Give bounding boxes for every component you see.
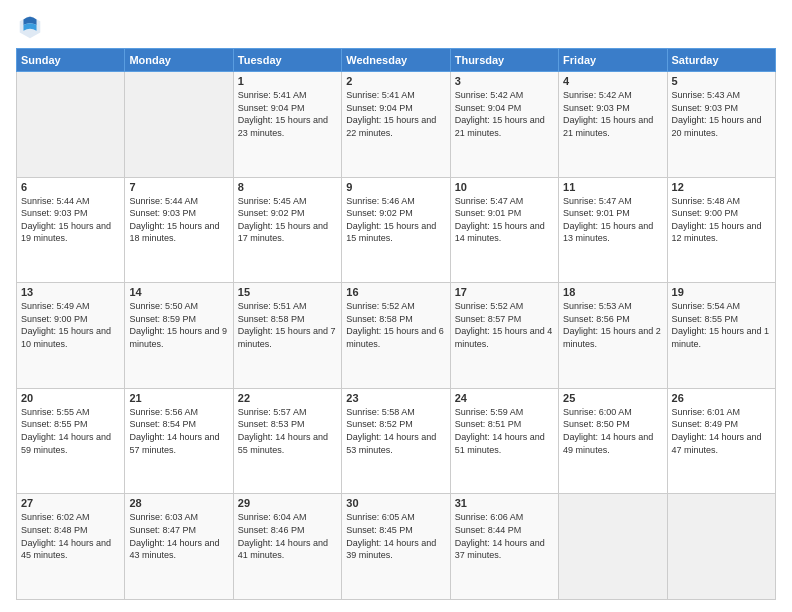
day-number: 3 <box>455 75 554 87</box>
day-number: 30 <box>346 497 445 509</box>
calendar-weekday-friday: Friday <box>559 49 667 72</box>
day-number: 17 <box>455 286 554 298</box>
calendar-cell <box>125 72 233 178</box>
calendar-cell: 22Sunrise: 5:57 AMSunset: 8:53 PMDayligh… <box>233 388 341 494</box>
day-number: 25 <box>563 392 662 404</box>
cell-info: Sunrise: 6:05 AMSunset: 8:45 PMDaylight:… <box>346 511 445 561</box>
cell-info: Sunrise: 5:43 AMSunset: 9:03 PMDaylight:… <box>672 89 771 139</box>
day-number: 14 <box>129 286 228 298</box>
calendar-week-3: 13Sunrise: 5:49 AMSunset: 9:00 PMDayligh… <box>17 283 776 389</box>
cell-info: Sunrise: 5:57 AMSunset: 8:53 PMDaylight:… <box>238 406 337 456</box>
day-number: 8 <box>238 181 337 193</box>
calendar-cell: 12Sunrise: 5:48 AMSunset: 9:00 PMDayligh… <box>667 177 775 283</box>
logo-icon <box>16 12 44 40</box>
day-number: 23 <box>346 392 445 404</box>
calendar-weekday-saturday: Saturday <box>667 49 775 72</box>
calendar-cell: 15Sunrise: 5:51 AMSunset: 8:58 PMDayligh… <box>233 283 341 389</box>
calendar-cell: 31Sunrise: 6:06 AMSunset: 8:44 PMDayligh… <box>450 494 558 600</box>
cell-info: Sunrise: 5:55 AMSunset: 8:55 PMDaylight:… <box>21 406 120 456</box>
calendar-cell: 24Sunrise: 5:59 AMSunset: 8:51 PMDayligh… <box>450 388 558 494</box>
day-number: 4 <box>563 75 662 87</box>
day-number: 27 <box>21 497 120 509</box>
cell-info: Sunrise: 5:56 AMSunset: 8:54 PMDaylight:… <box>129 406 228 456</box>
calendar-cell: 28Sunrise: 6:03 AMSunset: 8:47 PMDayligh… <box>125 494 233 600</box>
calendar-week-1: 1Sunrise: 5:41 AMSunset: 9:04 PMDaylight… <box>17 72 776 178</box>
day-number: 13 <box>21 286 120 298</box>
cell-info: Sunrise: 5:54 AMSunset: 8:55 PMDaylight:… <box>672 300 771 350</box>
cell-info: Sunrise: 5:44 AMSunset: 9:03 PMDaylight:… <box>21 195 120 245</box>
calendar-weekday-wednesday: Wednesday <box>342 49 450 72</box>
logo <box>16 12 48 40</box>
cell-info: Sunrise: 5:49 AMSunset: 9:00 PMDaylight:… <box>21 300 120 350</box>
calendar-cell: 4Sunrise: 5:42 AMSunset: 9:03 PMDaylight… <box>559 72 667 178</box>
day-number: 9 <box>346 181 445 193</box>
calendar-cell: 21Sunrise: 5:56 AMSunset: 8:54 PMDayligh… <box>125 388 233 494</box>
calendar-cell: 19Sunrise: 5:54 AMSunset: 8:55 PMDayligh… <box>667 283 775 389</box>
calendar-cell: 8Sunrise: 5:45 AMSunset: 9:02 PMDaylight… <box>233 177 341 283</box>
day-number: 10 <box>455 181 554 193</box>
calendar-weekday-tuesday: Tuesday <box>233 49 341 72</box>
calendar-cell: 7Sunrise: 5:44 AMSunset: 9:03 PMDaylight… <box>125 177 233 283</box>
day-number: 12 <box>672 181 771 193</box>
cell-info: Sunrise: 6:01 AMSunset: 8:49 PMDaylight:… <box>672 406 771 456</box>
calendar-cell: 18Sunrise: 5:53 AMSunset: 8:56 PMDayligh… <box>559 283 667 389</box>
cell-info: Sunrise: 6:00 AMSunset: 8:50 PMDaylight:… <box>563 406 662 456</box>
day-number: 24 <box>455 392 554 404</box>
calendar-cell: 26Sunrise: 6:01 AMSunset: 8:49 PMDayligh… <box>667 388 775 494</box>
calendar-weekday-monday: Monday <box>125 49 233 72</box>
day-number: 7 <box>129 181 228 193</box>
day-number: 22 <box>238 392 337 404</box>
calendar-cell: 20Sunrise: 5:55 AMSunset: 8:55 PMDayligh… <box>17 388 125 494</box>
day-number: 11 <box>563 181 662 193</box>
cell-info: Sunrise: 6:04 AMSunset: 8:46 PMDaylight:… <box>238 511 337 561</box>
cell-info: Sunrise: 6:03 AMSunset: 8:47 PMDaylight:… <box>129 511 228 561</box>
calendar-cell: 1Sunrise: 5:41 AMSunset: 9:04 PMDaylight… <box>233 72 341 178</box>
calendar-weekday-thursday: Thursday <box>450 49 558 72</box>
calendar-cell: 3Sunrise: 5:42 AMSunset: 9:04 PMDaylight… <box>450 72 558 178</box>
day-number: 2 <box>346 75 445 87</box>
cell-info: Sunrise: 5:47 AMSunset: 9:01 PMDaylight:… <box>455 195 554 245</box>
calendar-cell: 9Sunrise: 5:46 AMSunset: 9:02 PMDaylight… <box>342 177 450 283</box>
calendar-cell: 5Sunrise: 5:43 AMSunset: 9:03 PMDaylight… <box>667 72 775 178</box>
cell-info: Sunrise: 5:48 AMSunset: 9:00 PMDaylight:… <box>672 195 771 245</box>
day-number: 16 <box>346 286 445 298</box>
cell-info: Sunrise: 5:47 AMSunset: 9:01 PMDaylight:… <box>563 195 662 245</box>
calendar-cell <box>559 494 667 600</box>
calendar-cell: 14Sunrise: 5:50 AMSunset: 8:59 PMDayligh… <box>125 283 233 389</box>
calendar-cell: 25Sunrise: 6:00 AMSunset: 8:50 PMDayligh… <box>559 388 667 494</box>
calendar-week-5: 27Sunrise: 6:02 AMSunset: 8:48 PMDayligh… <box>17 494 776 600</box>
calendar-cell: 27Sunrise: 6:02 AMSunset: 8:48 PMDayligh… <box>17 494 125 600</box>
cell-info: Sunrise: 5:58 AMSunset: 8:52 PMDaylight:… <box>346 406 445 456</box>
calendar-cell: 16Sunrise: 5:52 AMSunset: 8:58 PMDayligh… <box>342 283 450 389</box>
day-number: 21 <box>129 392 228 404</box>
cell-info: Sunrise: 5:41 AMSunset: 9:04 PMDaylight:… <box>238 89 337 139</box>
calendar-week-4: 20Sunrise: 5:55 AMSunset: 8:55 PMDayligh… <box>17 388 776 494</box>
calendar-cell: 30Sunrise: 6:05 AMSunset: 8:45 PMDayligh… <box>342 494 450 600</box>
page: SundayMondayTuesdayWednesdayThursdayFrid… <box>0 0 792 612</box>
day-number: 15 <box>238 286 337 298</box>
day-number: 1 <box>238 75 337 87</box>
cell-info: Sunrise: 5:41 AMSunset: 9:04 PMDaylight:… <box>346 89 445 139</box>
calendar-cell <box>17 72 125 178</box>
cell-info: Sunrise: 6:02 AMSunset: 8:48 PMDaylight:… <box>21 511 120 561</box>
day-number: 6 <box>21 181 120 193</box>
cell-info: Sunrise: 5:50 AMSunset: 8:59 PMDaylight:… <box>129 300 228 350</box>
cell-info: Sunrise: 5:45 AMSunset: 9:02 PMDaylight:… <box>238 195 337 245</box>
cell-info: Sunrise: 5:52 AMSunset: 8:58 PMDaylight:… <box>346 300 445 350</box>
calendar-cell: 29Sunrise: 6:04 AMSunset: 8:46 PMDayligh… <box>233 494 341 600</box>
calendar-cell: 13Sunrise: 5:49 AMSunset: 9:00 PMDayligh… <box>17 283 125 389</box>
cell-info: Sunrise: 5:51 AMSunset: 8:58 PMDaylight:… <box>238 300 337 350</box>
day-number: 18 <box>563 286 662 298</box>
cell-info: Sunrise: 5:53 AMSunset: 8:56 PMDaylight:… <box>563 300 662 350</box>
cell-info: Sunrise: 5:42 AMSunset: 9:03 PMDaylight:… <box>563 89 662 139</box>
calendar-cell: 17Sunrise: 5:52 AMSunset: 8:57 PMDayligh… <box>450 283 558 389</box>
cell-info: Sunrise: 5:52 AMSunset: 8:57 PMDaylight:… <box>455 300 554 350</box>
day-number: 20 <box>21 392 120 404</box>
calendar-table: SundayMondayTuesdayWednesdayThursdayFrid… <box>16 48 776 600</box>
cell-info: Sunrise: 5:46 AMSunset: 9:02 PMDaylight:… <box>346 195 445 245</box>
calendar-cell: 11Sunrise: 5:47 AMSunset: 9:01 PMDayligh… <box>559 177 667 283</box>
calendar-cell: 10Sunrise: 5:47 AMSunset: 9:01 PMDayligh… <box>450 177 558 283</box>
cell-info: Sunrise: 5:59 AMSunset: 8:51 PMDaylight:… <box>455 406 554 456</box>
calendar-week-2: 6Sunrise: 5:44 AMSunset: 9:03 PMDaylight… <box>17 177 776 283</box>
calendar-cell: 6Sunrise: 5:44 AMSunset: 9:03 PMDaylight… <box>17 177 125 283</box>
